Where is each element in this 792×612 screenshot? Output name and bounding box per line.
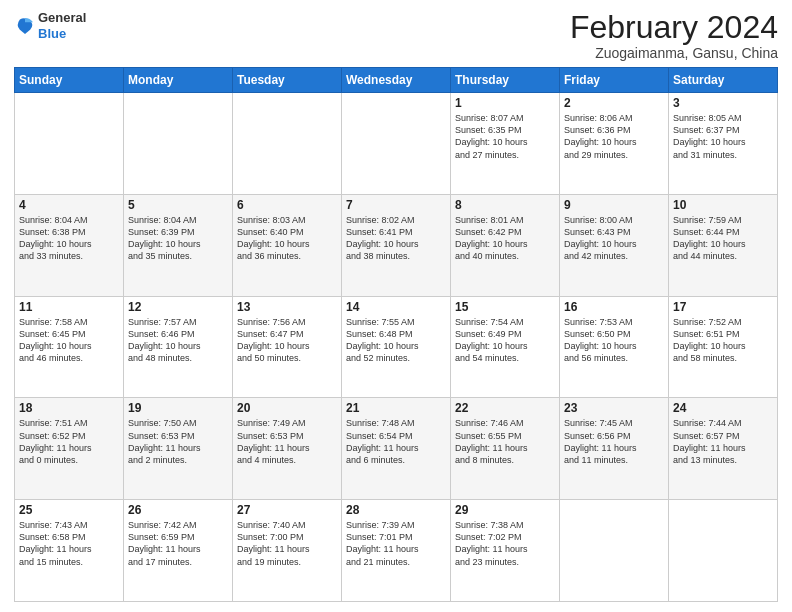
logo-blue: Blue bbox=[38, 26, 66, 41]
day-info: Sunrise: 8:04 AMSunset: 6:38 PMDaylight:… bbox=[19, 214, 119, 263]
header: General Blue February 2024 Zuogaimanma, … bbox=[14, 10, 778, 61]
day-info: Sunrise: 8:05 AMSunset: 6:37 PMDaylight:… bbox=[673, 112, 773, 161]
calendar-header-friday: Friday bbox=[560, 68, 669, 93]
day-info: Sunrise: 7:58 AMSunset: 6:45 PMDaylight:… bbox=[19, 316, 119, 365]
calendar-cell: 11Sunrise: 7:58 AMSunset: 6:45 PMDayligh… bbox=[15, 296, 124, 398]
day-info: Sunrise: 7:48 AMSunset: 6:54 PMDaylight:… bbox=[346, 417, 446, 466]
day-number: 3 bbox=[673, 96, 773, 110]
calendar-cell: 16Sunrise: 7:53 AMSunset: 6:50 PMDayligh… bbox=[560, 296, 669, 398]
month-year: February 2024 bbox=[570, 10, 778, 45]
calendar-cell: 18Sunrise: 7:51 AMSunset: 6:52 PMDayligh… bbox=[15, 398, 124, 500]
title-block: February 2024 Zuogaimanma, Gansu, China bbox=[570, 10, 778, 61]
calendar-week-1: 1Sunrise: 8:07 AMSunset: 6:35 PMDaylight… bbox=[15, 93, 778, 195]
calendar-cell: 20Sunrise: 7:49 AMSunset: 6:53 PMDayligh… bbox=[233, 398, 342, 500]
day-info: Sunrise: 7:46 AMSunset: 6:55 PMDaylight:… bbox=[455, 417, 555, 466]
day-number: 5 bbox=[128, 198, 228, 212]
day-info: Sunrise: 7:59 AMSunset: 6:44 PMDaylight:… bbox=[673, 214, 773, 263]
calendar-cell: 1Sunrise: 8:07 AMSunset: 6:35 PMDaylight… bbox=[451, 93, 560, 195]
calendar-week-4: 18Sunrise: 7:51 AMSunset: 6:52 PMDayligh… bbox=[15, 398, 778, 500]
calendar-header-sunday: Sunday bbox=[15, 68, 124, 93]
calendar-cell: 21Sunrise: 7:48 AMSunset: 6:54 PMDayligh… bbox=[342, 398, 451, 500]
calendar-cell: 2Sunrise: 8:06 AMSunset: 6:36 PMDaylight… bbox=[560, 93, 669, 195]
day-number: 23 bbox=[564, 401, 664, 415]
calendar-cell bbox=[560, 500, 669, 602]
day-info: Sunrise: 7:53 AMSunset: 6:50 PMDaylight:… bbox=[564, 316, 664, 365]
calendar-cell: 23Sunrise: 7:45 AMSunset: 6:56 PMDayligh… bbox=[560, 398, 669, 500]
day-info: Sunrise: 7:45 AMSunset: 6:56 PMDaylight:… bbox=[564, 417, 664, 466]
day-info: Sunrise: 7:50 AMSunset: 6:53 PMDaylight:… bbox=[128, 417, 228, 466]
calendar-cell: 8Sunrise: 8:01 AMSunset: 6:42 PMDaylight… bbox=[451, 194, 560, 296]
logo: General Blue bbox=[14, 10, 86, 41]
day-number: 25 bbox=[19, 503, 119, 517]
calendar-cell: 5Sunrise: 8:04 AMSunset: 6:39 PMDaylight… bbox=[124, 194, 233, 296]
day-info: Sunrise: 7:39 AMSunset: 7:01 PMDaylight:… bbox=[346, 519, 446, 568]
logo-general: General bbox=[38, 10, 86, 25]
page: General Blue February 2024 Zuogaimanma, … bbox=[0, 0, 792, 612]
day-number: 6 bbox=[237, 198, 337, 212]
logo-icon bbox=[14, 15, 36, 37]
day-number: 18 bbox=[19, 401, 119, 415]
day-number: 26 bbox=[128, 503, 228, 517]
calendar-week-3: 11Sunrise: 7:58 AMSunset: 6:45 PMDayligh… bbox=[15, 296, 778, 398]
calendar-cell: 22Sunrise: 7:46 AMSunset: 6:55 PMDayligh… bbox=[451, 398, 560, 500]
calendar-cell bbox=[15, 93, 124, 195]
calendar-header-wednesday: Wednesday bbox=[342, 68, 451, 93]
calendar-cell: 25Sunrise: 7:43 AMSunset: 6:58 PMDayligh… bbox=[15, 500, 124, 602]
day-info: Sunrise: 8:02 AMSunset: 6:41 PMDaylight:… bbox=[346, 214, 446, 263]
day-info: Sunrise: 8:06 AMSunset: 6:36 PMDaylight:… bbox=[564, 112, 664, 161]
day-number: 29 bbox=[455, 503, 555, 517]
day-number: 11 bbox=[19, 300, 119, 314]
day-number: 27 bbox=[237, 503, 337, 517]
day-number: 4 bbox=[19, 198, 119, 212]
day-info: Sunrise: 7:40 AMSunset: 7:00 PMDaylight:… bbox=[237, 519, 337, 568]
day-number: 14 bbox=[346, 300, 446, 314]
calendar-week-2: 4Sunrise: 8:04 AMSunset: 6:38 PMDaylight… bbox=[15, 194, 778, 296]
calendar-cell: 28Sunrise: 7:39 AMSunset: 7:01 PMDayligh… bbox=[342, 500, 451, 602]
day-info: Sunrise: 8:07 AMSunset: 6:35 PMDaylight:… bbox=[455, 112, 555, 161]
day-number: 28 bbox=[346, 503, 446, 517]
day-info: Sunrise: 8:03 AMSunset: 6:40 PMDaylight:… bbox=[237, 214, 337, 263]
calendar-cell: 12Sunrise: 7:57 AMSunset: 6:46 PMDayligh… bbox=[124, 296, 233, 398]
calendar-header-monday: Monday bbox=[124, 68, 233, 93]
day-info: Sunrise: 8:04 AMSunset: 6:39 PMDaylight:… bbox=[128, 214, 228, 263]
calendar-cell: 7Sunrise: 8:02 AMSunset: 6:41 PMDaylight… bbox=[342, 194, 451, 296]
day-info: Sunrise: 7:42 AMSunset: 6:59 PMDaylight:… bbox=[128, 519, 228, 568]
calendar-cell: 4Sunrise: 8:04 AMSunset: 6:38 PMDaylight… bbox=[15, 194, 124, 296]
day-info: Sunrise: 7:43 AMSunset: 6:58 PMDaylight:… bbox=[19, 519, 119, 568]
day-info: Sunrise: 7:55 AMSunset: 6:48 PMDaylight:… bbox=[346, 316, 446, 365]
calendar-header-thursday: Thursday bbox=[451, 68, 560, 93]
calendar-cell: 26Sunrise: 7:42 AMSunset: 6:59 PMDayligh… bbox=[124, 500, 233, 602]
day-number: 12 bbox=[128, 300, 228, 314]
calendar-cell: 29Sunrise: 7:38 AMSunset: 7:02 PMDayligh… bbox=[451, 500, 560, 602]
day-number: 15 bbox=[455, 300, 555, 314]
calendar-cell: 3Sunrise: 8:05 AMSunset: 6:37 PMDaylight… bbox=[669, 93, 778, 195]
day-info: Sunrise: 8:01 AMSunset: 6:42 PMDaylight:… bbox=[455, 214, 555, 263]
day-number: 8 bbox=[455, 198, 555, 212]
day-number: 24 bbox=[673, 401, 773, 415]
calendar-header-row: SundayMondayTuesdayWednesdayThursdayFrid… bbox=[15, 68, 778, 93]
day-number: 2 bbox=[564, 96, 664, 110]
day-number: 21 bbox=[346, 401, 446, 415]
day-info: Sunrise: 7:51 AMSunset: 6:52 PMDaylight:… bbox=[19, 417, 119, 466]
calendar-cell: 24Sunrise: 7:44 AMSunset: 6:57 PMDayligh… bbox=[669, 398, 778, 500]
day-info: Sunrise: 8:00 AMSunset: 6:43 PMDaylight:… bbox=[564, 214, 664, 263]
calendar-cell: 17Sunrise: 7:52 AMSunset: 6:51 PMDayligh… bbox=[669, 296, 778, 398]
day-info: Sunrise: 7:56 AMSunset: 6:47 PMDaylight:… bbox=[237, 316, 337, 365]
day-number: 20 bbox=[237, 401, 337, 415]
calendar-cell: 9Sunrise: 8:00 AMSunset: 6:43 PMDaylight… bbox=[560, 194, 669, 296]
day-number: 22 bbox=[455, 401, 555, 415]
calendar-cell: 15Sunrise: 7:54 AMSunset: 6:49 PMDayligh… bbox=[451, 296, 560, 398]
day-number: 10 bbox=[673, 198, 773, 212]
calendar-week-5: 25Sunrise: 7:43 AMSunset: 6:58 PMDayligh… bbox=[15, 500, 778, 602]
day-number: 1 bbox=[455, 96, 555, 110]
calendar: SundayMondayTuesdayWednesdayThursdayFrid… bbox=[14, 67, 778, 602]
calendar-header-tuesday: Tuesday bbox=[233, 68, 342, 93]
calendar-header-saturday: Saturday bbox=[669, 68, 778, 93]
calendar-cell: 10Sunrise: 7:59 AMSunset: 6:44 PMDayligh… bbox=[669, 194, 778, 296]
calendar-cell: 27Sunrise: 7:40 AMSunset: 7:00 PMDayligh… bbox=[233, 500, 342, 602]
logo-text: General Blue bbox=[38, 10, 86, 41]
day-info: Sunrise: 7:38 AMSunset: 7:02 PMDaylight:… bbox=[455, 519, 555, 568]
calendar-cell bbox=[669, 500, 778, 602]
day-number: 9 bbox=[564, 198, 664, 212]
day-info: Sunrise: 7:49 AMSunset: 6:53 PMDaylight:… bbox=[237, 417, 337, 466]
